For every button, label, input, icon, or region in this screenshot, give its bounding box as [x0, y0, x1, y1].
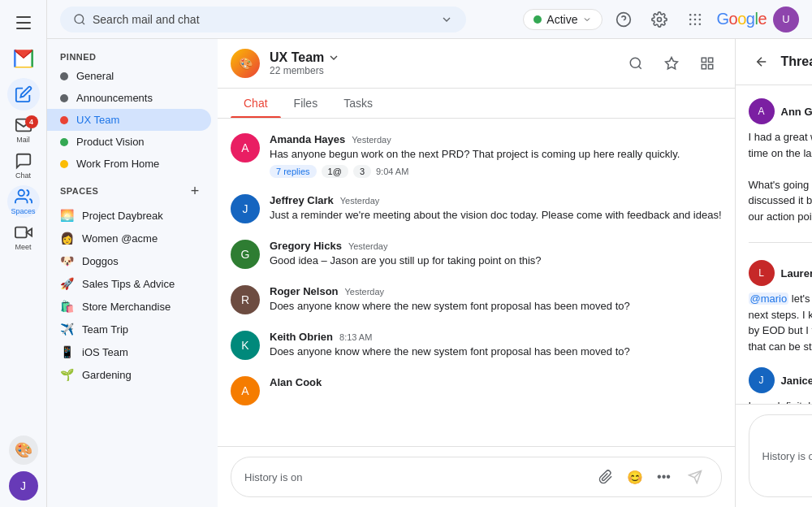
- title-dropdown-icon[interactable]: [327, 51, 340, 64]
- reaction-time: 9:04 AM: [376, 167, 408, 176]
- message-content: Keith Obrien 8:13 AM Does anyone know wh…: [270, 331, 722, 360]
- send-button[interactable]: [682, 464, 708, 490]
- attach-button[interactable]: [594, 466, 617, 488]
- sidebar-item-project-daybreak[interactable]: 🌅 Project Daybreak: [47, 204, 211, 227]
- active-dropdown-icon: [582, 15, 592, 24]
- work-from-home-dot: [60, 160, 68, 168]
- thread-text: I had a great weekend! Was able to get s…: [749, 129, 813, 224]
- svg-point-11: [699, 13, 702, 15]
- thread-view-icon: [700, 56, 715, 71]
- svg-point-15: [689, 23, 692, 25]
- divider-line: [749, 242, 813, 243]
- svg-rect-3: [15, 228, 26, 238]
- sidebar-item-general[interactable]: General: [47, 65, 211, 87]
- tab-chat[interactable]: Chat: [231, 89, 281, 118]
- reply-badge[interactable]: 7 replies: [270, 165, 317, 178]
- chat-input-placeholder: History is on: [244, 471, 588, 483]
- sidebar-item-sales-tips[interactable]: 🚀 Sales Tips & Advice: [47, 272, 211, 295]
- sidebar-item-store-merchandise[interactable]: 🛍️ Store Merchandise: [47, 295, 211, 318]
- chat-nav-button[interactable]: Chat: [7, 150, 40, 182]
- message-item[interactable]: R Roger Nelson Yesterday Does anyone kno…: [218, 277, 735, 323]
- svg-point-17: [699, 23, 702, 25]
- tab-tasks[interactable]: Tasks: [330, 89, 386, 118]
- svg-point-10: [694, 13, 697, 15]
- tab-files[interactable]: Files: [281, 89, 331, 118]
- apps-icon: [687, 11, 703, 28]
- message-item[interactable]: A Alan Cook: [218, 368, 735, 414]
- hamburger-menu[interactable]: [7, 6, 40, 39]
- message-text: Does anyone know where the new system fo…: [270, 344, 722, 359]
- spaces-section-label: Spaces: [60, 186, 98, 196]
- pin-button[interactable]: [657, 49, 686, 78]
- spaces-nav-button[interactable]: Spaces: [7, 185, 40, 218]
- meet-nav-button[interactable]: Meet: [7, 221, 40, 254]
- message-text: Does anyone know where the new system fo…: [270, 299, 722, 314]
- thread-messages: A Ann Gray 7:43 AM I had a great weekend…: [736, 85, 813, 404]
- chat-title: UX Team: [270, 50, 611, 65]
- message-content: Roger Nelson Yesterday Does anyone know …: [270, 285, 722, 314]
- sidebar-item-team-trip[interactable]: ✈️ Team Trip: [47, 318, 211, 340]
- message-item[interactable]: A Amanda Hayes Yesterday Has anyone begu…: [218, 125, 735, 186]
- sidebar-item-product-vision[interactable]: Product Vision: [47, 131, 211, 153]
- avatar: L: [749, 260, 775, 286]
- chat-header: 🎨 UX Team 22 members: [218, 39, 735, 89]
- thread-message: J Janice Castro 8:15 AM I can definitely…: [736, 361, 813, 404]
- avatar: A: [749, 98, 775, 124]
- emoji-button[interactable]: 😊: [624, 466, 646, 488]
- search-dropdown-icon: [440, 13, 453, 26]
- project-daybreak-label: Project Daybreak: [82, 210, 163, 222]
- thread-view-button[interactable]: [693, 49, 722, 78]
- apps-button[interactable]: [680, 5, 710, 34]
- message-item[interactable]: G Gregory Hicks Yesterday Good idea – Ja…: [218, 232, 735, 277]
- thread-title: Thread: [781, 54, 813, 69]
- svg-point-18: [630, 58, 640, 67]
- svg-point-16: [694, 23, 697, 25]
- avatar: K: [231, 331, 260, 360]
- sidebar-item-doggos[interactable]: 🐶 Doggos: [47, 249, 211, 272]
- active-status-button[interactable]: Active: [523, 9, 603, 30]
- sidebar-item-women-acme[interactable]: 👩 Women @acme: [47, 227, 211, 249]
- message-author: Jeffrey Clark: [270, 194, 334, 206]
- message-item[interactable]: K Keith Obrien 8:13 AM Does anyone know …: [218, 323, 735, 368]
- chat-input-box[interactable]: History is on 😊 •••: [231, 457, 722, 497]
- sales-tips-emoji: 🚀: [60, 277, 74, 290]
- avatar: J: [231, 194, 260, 223]
- thread-input-box[interactable]: History is on 😊 •••: [749, 414, 813, 497]
- message-author: Keith Obrien: [270, 331, 333, 343]
- nav-avatar-user[interactable]: J: [9, 471, 38, 500]
- settings-icon: [651, 11, 667, 28]
- message-item[interactable]: J Jeffrey Clark Yesterday Just a reminde…: [218, 186, 735, 232]
- more-button[interactable]: •••: [653, 466, 676, 488]
- message-time: Yesterday: [345, 287, 385, 297]
- svg-point-13: [694, 18, 697, 20]
- chat-header-info: UX Team 22 members: [270, 50, 611, 76]
- svg-rect-20: [702, 58, 706, 62]
- sidebar-item-work-from-home[interactable]: Work From Home: [47, 153, 211, 175]
- sidebar-item-ios-team[interactable]: 📱 iOS Team: [47, 340, 211, 363]
- sidebar-item-ux-team[interactable]: UX Team: [47, 109, 211, 131]
- thread-back-button[interactable]: [749, 49, 775, 75]
- sidebar-item-announcements[interactable]: Announcements: [47, 87, 211, 109]
- doggos-label: Doggos: [82, 255, 119, 267]
- settings-button[interactable]: [645, 5, 674, 34]
- spaces-header: Spaces +: [47, 175, 218, 204]
- women-acme-label: Women @acme: [82, 232, 158, 245]
- help-icon: [615, 11, 632, 28]
- chat-search-button[interactable]: [621, 49, 650, 78]
- sidebar-item-gardening[interactable]: 🌱 Gardening: [47, 363, 211, 386]
- mention-tag: @mario: [749, 292, 789, 305]
- gardening-emoji: 🌱: [60, 368, 74, 381]
- add-space-button[interactable]: +: [185, 181, 205, 201]
- store-merchandise-label: Store Merchandise: [82, 301, 171, 313]
- nav-avatar-art[interactable]: 🎨: [9, 436, 38, 465]
- search-box[interactable]: Search mail and chat: [60, 6, 466, 32]
- message-author: Gregory Hicks: [270, 240, 342, 252]
- mail-nav-button[interactable]: 4 Mail: [7, 114, 40, 146]
- message-reactions: 7 replies 1@ 3 9:04 AM: [270, 165, 722, 178]
- compose-button[interactable]: [7, 78, 40, 110]
- help-button[interactable]: [609, 5, 638, 34]
- sales-tips-label: Sales Tips & Advice: [82, 278, 175, 290]
- chat-tabs: Chat Files Tasks: [218, 89, 735, 119]
- mail-badge: 4: [25, 115, 38, 128]
- user-avatar[interactable]: U: [773, 6, 799, 32]
